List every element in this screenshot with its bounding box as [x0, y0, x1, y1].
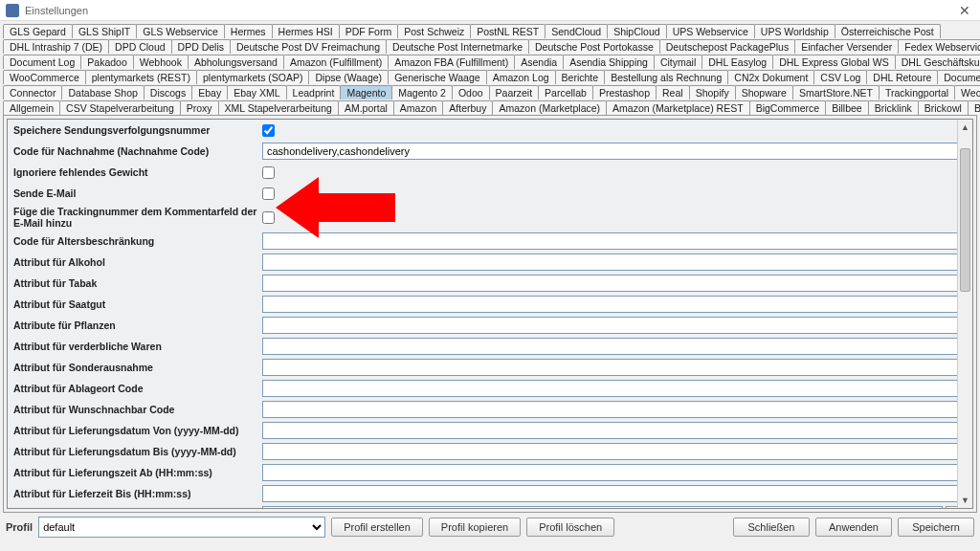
tab-deutsche-post-internetmarke[interactable]: Deutsche Post Internetmarke	[386, 39, 529, 54]
tab-dipse-waage-[interactable]: Dipse (Waage)	[308, 70, 389, 84]
tab-database-shop[interactable]: Database Shop	[61, 85, 144, 99]
scroll-thumb[interactable]	[960, 148, 970, 292]
tab-woocommerce[interactable]: WooCommerce	[3, 70, 86, 84]
field-input[interactable]	[262, 359, 967, 376]
field-checkbox[interactable]	[262, 187, 275, 200]
tab-gls-gepard[interactable]: GLS Gepard	[3, 24, 73, 38]
tab-einfacher-versender[interactable]: Einfacher Versender	[794, 39, 899, 54]
tab-amazon-fba-fulfillment-[interactable]: Amazon FBA (Fulfillment)	[388, 55, 515, 69]
tab-asendia[interactable]: Asendia	[514, 55, 564, 69]
apply-button[interactable]: Anwenden	[815, 518, 892, 537]
tab-sendcloud[interactable]: SendCloud	[545, 24, 608, 38]
tab-connector[interactable]: Connector	[3, 85, 62, 99]
vertical-scrollbar[interactable]: ▲ ▼	[957, 120, 972, 508]
tab-ebay[interactable]: Ebay	[191, 85, 228, 99]
tab-xml-stapelverarbeitung[interactable]: XML Stapelverarbeitung	[218, 100, 339, 115]
tab-shopware[interactable]: Shopware	[735, 85, 793, 99]
tab-post-schweiz[interactable]: Post Schweiz	[397, 24, 471, 38]
tab-dpd-delis[interactable]: DPD Delis	[171, 39, 231, 54]
tab-berichte[interactable]: Berichte	[555, 70, 606, 84]
scroll-up-icon[interactable]: ▲	[958, 120, 972, 135]
tab-gls-webservice[interactable]: GLS Webservice	[136, 24, 225, 38]
tab-brickowl[interactable]: Brickowl	[918, 100, 969, 115]
tab-smartstore-net[interactable]: SmartStore.NET	[792, 85, 880, 99]
tab-deutsche-post-dv-freimachung[interactable]: Deutsche Post DV Freimachung	[230, 39, 387, 54]
tab-fedex-webservice[interactable]: Fedex Webservice	[898, 39, 980, 54]
tab-amazon-marketplace-rest[interactable]: Amazon (Marketplace) REST	[606, 100, 750, 115]
tab-prestashop[interactable]: Prestashop	[592, 85, 657, 99]
tab-afterbuy[interactable]: Afterbuy	[442, 100, 493, 115]
close-icon[interactable]: ✕	[955, 3, 974, 18]
tab-ebay-xml[interactable]: Ebay XML	[227, 85, 286, 99]
tab-pdf-form[interactable]: PDF Form	[339, 24, 398, 38]
tab-hermes[interactable]: Hermes	[224, 24, 273, 38]
tab-dhl-gesch-ftskundenversand[interactable]: DHL Geschäftskundenversand	[895, 55, 980, 69]
tab-deutschepost-packageplus[interactable]: Deutschepost PackagePlus	[659, 39, 795, 54]
tab-csv-stapelverarbeitung[interactable]: CSV Stapelverarbeitung	[59, 100, 181, 115]
field-input[interactable]	[262, 296, 967, 313]
tab-magento-2[interactable]: Magento 2	[391, 85, 453, 99]
profile-create-button[interactable]: Profil erstellen	[331, 518, 423, 537]
tab-dhl-retoure[interactable]: DHL Retoure	[866, 70, 938, 84]
tab-allgemein[interactable]: Allgemein	[3, 100, 60, 115]
tab-discogs[interactable]: Discogs	[144, 85, 192, 99]
tab-magento[interactable]: Magento	[340, 85, 392, 99]
tab-amazon-marketplace-[interactable]: Amazon (Marketplace)	[492, 100, 607, 115]
tab-dhl-intraship-7-de-[interactable]: DHL Intraship 7 (DE)	[3, 39, 109, 54]
tab-proxy[interactable]: Proxy	[180, 100, 219, 115]
tab-gls-shipit[interactable]: GLS ShipIT	[72, 24, 137, 38]
tab-asendia-shipping[interactable]: Asendia Shipping	[563, 55, 655, 69]
tab-brickscout[interactable]: Brickscout	[968, 100, 980, 115]
tab-trackingportal[interactable]: Trackingportal	[879, 85, 955, 99]
tab-parcellab[interactable]: Parcellab	[538, 85, 593, 99]
tab-document-downloader[interactable]: Document Downloader	[937, 70, 980, 84]
tab-dhl-easylog[interactable]: DHL Easylog	[702, 55, 773, 69]
save-button[interactable]: Speichern	[898, 518, 974, 537]
tab-odoo[interactable]: Odoo	[452, 85, 490, 99]
tab-deutsche-post-portokasse[interactable]: Deutsche Post Portokasse	[528, 39, 660, 54]
tab-citymail[interactable]: Citymail	[654, 55, 702, 69]
profile-copy-button[interactable]: Profil kopieren	[429, 518, 521, 537]
tab-generische-waage[interactable]: Generische Waage	[388, 70, 487, 84]
field-input[interactable]	[262, 338, 967, 355]
tab-amazon-fulfillment-[interactable]: Amazon (Fulfillment)	[283, 55, 389, 69]
profile-select[interactable]: default	[38, 517, 325, 538]
status-list-textarea[interactable]	[262, 506, 943, 509]
tab-paarzeit[interactable]: Paarzeit	[489, 85, 540, 99]
tab--sterreichische-post[interactable]: Österreichische Post	[835, 24, 941, 38]
tab-document-log[interactable]: Document Log	[3, 55, 81, 69]
field-input[interactable]	[262, 464, 967, 481]
field-checkbox[interactable]	[262, 166, 275, 179]
tab-plentymarkets-soap-[interactable]: plentymarkets (SOAP)	[196, 70, 309, 84]
close-button[interactable]: Schließen	[733, 518, 810, 537]
field-input[interactable]	[262, 380, 967, 397]
field-checkbox[interactable]	[262, 211, 275, 224]
field-input[interactable]	[262, 253, 967, 271]
tab-dhl-express-global-ws[interactable]: DHL Express Global WS	[772, 55, 896, 69]
tab-ups-webservice[interactable]: UPS Webservice	[666, 24, 755, 38]
field-input[interactable]	[262, 422, 967, 439]
tab-shipcloud[interactable]: ShipCloud	[607, 24, 666, 38]
field-input[interactable]	[262, 232, 967, 250]
tab-plentymarkets-rest-[interactable]: plentymarkets (REST)	[85, 70, 197, 84]
tab-bigcommerce[interactable]: BigCommerce	[749, 100, 827, 115]
tab-bestellung-als-rechnung[interactable]: Bestellung als Rechnung	[604, 70, 728, 84]
tab-billbee[interactable]: Billbee	[825, 100, 869, 115]
tab-abholungsversand[interactable]: Abholungsversand	[188, 55, 284, 69]
tab-amazon-log[interactable]: Amazon Log	[486, 70, 556, 84]
field-input[interactable]	[262, 317, 967, 334]
tab-hermes-hsi[interactable]: Hermes HSI	[272, 24, 340, 38]
tab-weclapp[interactable]: Weclapp	[954, 85, 980, 99]
tab-csv-log[interactable]: CSV Log	[813, 70, 867, 84]
field-input[interactable]	[262, 485, 967, 502]
field-input[interactable]	[262, 443, 967, 460]
field-checkbox[interactable]	[262, 124, 275, 137]
scroll-down-icon[interactable]: ▼	[958, 493, 972, 508]
tab-pakadoo[interactable]: Pakadoo	[80, 55, 133, 69]
tab-ups-worldship[interactable]: UPS Worldship	[754, 24, 835, 38]
field-input[interactable]	[262, 275, 967, 292]
tab-amazon[interactable]: Amazon	[393, 100, 444, 115]
tab-bricklink[interactable]: Bricklink	[868, 100, 919, 115]
profile-delete-button[interactable]: Profil löschen	[526, 518, 614, 537]
tab-real[interactable]: Real	[656, 85, 690, 99]
